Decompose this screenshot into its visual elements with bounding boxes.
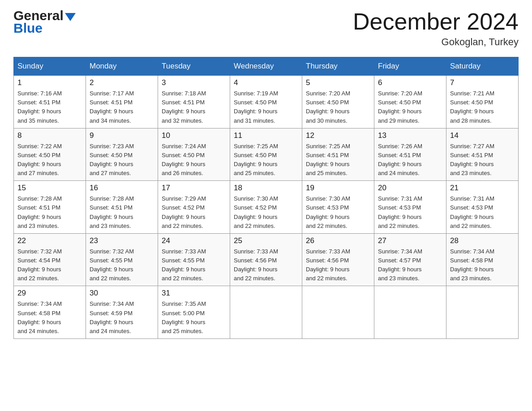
day-number: 16	[90, 184, 154, 193]
day-info: Sunrise: 7:28 AM Sunset: 4:51 PM Dayligh…	[90, 194, 154, 231]
calendar-cell: 11Sunrise: 7:25 AM Sunset: 4:50 PM Dayli…	[230, 128, 302, 181]
day-info: Sunrise: 7:29 AM Sunset: 4:52 PM Dayligh…	[162, 194, 226, 231]
day-info: Sunrise: 7:23 AM Sunset: 4:50 PM Dayligh…	[90, 142, 154, 178]
day-number: 12	[306, 131, 370, 140]
day-info: Sunrise: 7:17 AM Sunset: 4:51 PM Dayligh…	[90, 89, 154, 125]
calendar-cell: 2Sunrise: 7:17 AM Sunset: 4:51 PM Daylig…	[86, 76, 158, 128]
calendar-cell: 3Sunrise: 7:18 AM Sunset: 4:51 PM Daylig…	[158, 76, 230, 128]
calendar-cell: 20Sunrise: 7:31 AM Sunset: 4:53 PM Dayli…	[374, 181, 446, 234]
day-number: 21	[450, 184, 515, 193]
calendar-cell: 28Sunrise: 7:34 AM Sunset: 4:58 PM Dayli…	[446, 233, 519, 286]
column-header-sunday: Sunday	[14, 57, 86, 76]
day-info: Sunrise: 7:33 AM Sunset: 4:56 PM Dayligh…	[306, 247, 370, 283]
day-info: Sunrise: 7:34 AM Sunset: 4:59 PM Dayligh…	[90, 300, 154, 336]
day-info: Sunrise: 7:25 AM Sunset: 4:51 PM Dayligh…	[306, 142, 370, 178]
page-header: General Blue December 2024 Gokoglan, Tur…	[13, 9, 519, 48]
calendar-week-row: 8Sunrise: 7:22 AM Sunset: 4:50 PM Daylig…	[14, 128, 519, 181]
calendar-week-row: 29Sunrise: 7:34 AM Sunset: 4:58 PM Dayli…	[14, 286, 519, 339]
calendar-cell: 17Sunrise: 7:29 AM Sunset: 4:52 PM Dayli…	[158, 181, 230, 234]
calendar-cell	[230, 286, 302, 339]
day-info: Sunrise: 7:33 AM Sunset: 4:55 PM Dayligh…	[162, 247, 226, 283]
column-header-thursday: Thursday	[302, 57, 374, 76]
day-info: Sunrise: 7:19 AM Sunset: 4:50 PM Dayligh…	[234, 89, 298, 125]
logo: General Blue	[13, 9, 76, 35]
calendar-cell: 18Sunrise: 7:30 AM Sunset: 4:52 PM Dayli…	[230, 181, 302, 234]
day-number: 14	[450, 131, 515, 140]
day-number: 15	[17, 184, 82, 193]
day-number: 26	[306, 236, 370, 245]
day-info: Sunrise: 7:34 AM Sunset: 4:58 PM Dayligh…	[450, 247, 515, 283]
calendar-cell: 23Sunrise: 7:32 AM Sunset: 4:55 PM Dayli…	[86, 233, 158, 286]
day-info: Sunrise: 7:35 AM Sunset: 5:00 PM Dayligh…	[162, 300, 226, 336]
day-info: Sunrise: 7:21 AM Sunset: 4:50 PM Dayligh…	[450, 89, 515, 125]
calendar-cell: 13Sunrise: 7:26 AM Sunset: 4:51 PM Dayli…	[374, 128, 446, 181]
calendar-cell: 1Sunrise: 7:16 AM Sunset: 4:51 PM Daylig…	[14, 76, 86, 128]
column-header-friday: Friday	[374, 57, 446, 76]
day-info: Sunrise: 7:34 AM Sunset: 4:58 PM Dayligh…	[17, 300, 82, 336]
calendar-cell: 30Sunrise: 7:34 AM Sunset: 4:59 PM Dayli…	[86, 286, 158, 339]
day-info: Sunrise: 7:32 AM Sunset: 4:54 PM Dayligh…	[17, 247, 82, 283]
column-header-wednesday: Wednesday	[230, 57, 302, 76]
day-info: Sunrise: 7:28 AM Sunset: 4:51 PM Dayligh…	[17, 194, 82, 231]
day-info: Sunrise: 7:20 AM Sunset: 4:50 PM Dayligh…	[378, 89, 442, 125]
day-info: Sunrise: 7:16 AM Sunset: 4:51 PM Dayligh…	[17, 89, 82, 125]
logo-blue-text: Blue	[13, 21, 76, 35]
calendar-cell: 5Sunrise: 7:20 AM Sunset: 4:50 PM Daylig…	[302, 76, 374, 128]
calendar-cell: 4Sunrise: 7:19 AM Sunset: 4:50 PM Daylig…	[230, 76, 302, 128]
calendar-cell: 9Sunrise: 7:23 AM Sunset: 4:50 PM Daylig…	[86, 128, 158, 181]
day-number: 6	[378, 78, 442, 87]
day-number: 25	[234, 236, 298, 245]
title-area: December 2024 Gokoglan, Turkey	[353, 9, 519, 48]
day-number: 8	[17, 131, 82, 140]
day-number: 30	[90, 289, 154, 298]
day-number: 23	[90, 236, 154, 245]
calendar-table: SundayMondayTuesdayWednesdayThursdayFrid…	[13, 57, 519, 339]
day-info: Sunrise: 7:20 AM Sunset: 4:50 PM Dayligh…	[306, 89, 370, 125]
calendar-cell	[302, 286, 374, 339]
day-info: Sunrise: 7:30 AM Sunset: 4:52 PM Dayligh…	[234, 194, 298, 231]
calendar-cell: 25Sunrise: 7:33 AM Sunset: 4:56 PM Dayli…	[230, 233, 302, 286]
day-number: 28	[450, 236, 515, 245]
day-number: 3	[162, 78, 226, 87]
calendar-cell: 21Sunrise: 7:31 AM Sunset: 4:53 PM Dayli…	[446, 181, 519, 234]
day-info: Sunrise: 7:26 AM Sunset: 4:51 PM Dayligh…	[378, 142, 442, 178]
calendar-cell: 6Sunrise: 7:20 AM Sunset: 4:50 PM Daylig…	[374, 76, 446, 128]
day-number: 13	[378, 131, 442, 140]
day-info: Sunrise: 7:22 AM Sunset: 4:50 PM Dayligh…	[17, 142, 82, 178]
day-number: 20	[378, 184, 442, 193]
day-info: Sunrise: 7:25 AM Sunset: 4:50 PM Dayligh…	[234, 142, 298, 178]
day-number: 5	[306, 78, 370, 87]
day-number: 18	[234, 184, 298, 193]
day-number: 7	[450, 78, 515, 87]
day-number: 9	[90, 131, 154, 140]
day-number: 1	[17, 78, 82, 87]
calendar-header-row: SundayMondayTuesdayWednesdayThursdayFrid…	[14, 57, 519, 76]
calendar-cell: 7Sunrise: 7:21 AM Sunset: 4:50 PM Daylig…	[446, 76, 519, 128]
day-number: 17	[162, 184, 226, 193]
day-number: 19	[306, 184, 370, 193]
calendar-cell: 26Sunrise: 7:33 AM Sunset: 4:56 PM Dayli…	[302, 233, 374, 286]
day-number: 22	[17, 236, 82, 245]
column-header-saturday: Saturday	[446, 57, 519, 76]
day-info: Sunrise: 7:33 AM Sunset: 4:56 PM Dayligh…	[234, 247, 298, 283]
day-number: 4	[234, 78, 298, 87]
month-title: December 2024	[353, 9, 519, 34]
calendar-week-row: 22Sunrise: 7:32 AM Sunset: 4:54 PM Dayli…	[14, 233, 519, 286]
calendar-cell: 8Sunrise: 7:22 AM Sunset: 4:50 PM Daylig…	[14, 128, 86, 181]
day-number: 2	[90, 78, 154, 87]
day-number: 31	[162, 289, 226, 298]
logo-arrow-icon	[65, 13, 76, 21]
day-number: 27	[378, 236, 442, 245]
calendar-cell: 31Sunrise: 7:35 AM Sunset: 5:00 PM Dayli…	[158, 286, 230, 339]
day-number: 24	[162, 236, 226, 245]
day-info: Sunrise: 7:18 AM Sunset: 4:51 PM Dayligh…	[162, 89, 226, 125]
day-number: 11	[234, 131, 298, 140]
day-info: Sunrise: 7:32 AM Sunset: 4:55 PM Dayligh…	[90, 247, 154, 283]
calendar-week-row: 1Sunrise: 7:16 AM Sunset: 4:51 PM Daylig…	[14, 76, 519, 128]
calendar-cell: 16Sunrise: 7:28 AM Sunset: 4:51 PM Dayli…	[86, 181, 158, 234]
day-info: Sunrise: 7:30 AM Sunset: 4:53 PM Dayligh…	[306, 194, 370, 231]
calendar-cell: 29Sunrise: 7:34 AM Sunset: 4:58 PM Dayli…	[14, 286, 86, 339]
calendar-cell: 12Sunrise: 7:25 AM Sunset: 4:51 PM Dayli…	[302, 128, 374, 181]
calendar-cell: 14Sunrise: 7:27 AM Sunset: 4:51 PM Dayli…	[446, 128, 519, 181]
column-header-tuesday: Tuesday	[158, 57, 230, 76]
